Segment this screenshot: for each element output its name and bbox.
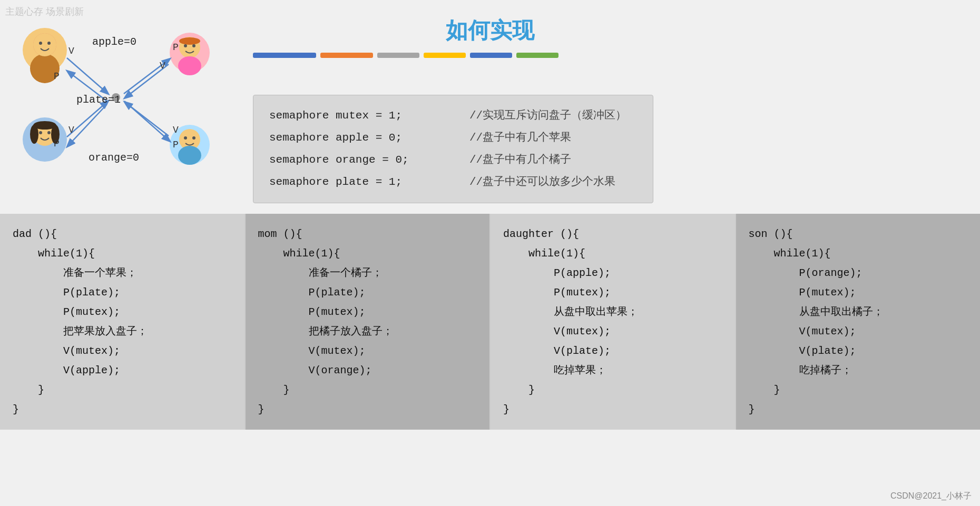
page-title: 如何实现 xyxy=(446,5,534,51)
code-pre-daughter: daughter (){ while(1){ P(apple); P(mutex… xyxy=(503,224,722,419)
svg-line-28 xyxy=(125,102,169,136)
csdn-mark: CSDN@2021_小林子 xyxy=(890,491,972,502)
svg-point-14 xyxy=(192,44,195,47)
svg-text:P: P xyxy=(173,140,179,150)
svg-point-4 xyxy=(47,42,51,45)
svg-point-18 xyxy=(192,136,195,140)
code-panel-mom: mom (){ while(1){ 准备一个橘子； P(plate); P(mu… xyxy=(246,214,491,430)
code-pre-mom: mom (){ while(1){ 准备一个橘子； P(plate); P(mu… xyxy=(258,224,477,419)
code-comment: //盘子中有几个橘子 xyxy=(469,149,571,171)
svg-point-10 xyxy=(47,131,51,134)
svg-text:P: P xyxy=(54,71,60,82)
svg-point-12 xyxy=(179,37,200,45)
bottom-panels: dad (){ while(1){ 准备一个苹果； P(plate); P(mu… xyxy=(0,214,980,430)
plate-label: plate=1 xyxy=(76,94,121,106)
color-bar-segment xyxy=(320,53,373,58)
code-stmt: semaphore apple = 0; xyxy=(269,127,448,149)
code-pre-dad: dad (){ while(1){ 准备一个苹果； P(plate); P(mu… xyxy=(13,224,232,419)
code-panel-daughter: daughter (){ while(1){ P(apple); P(mutex… xyxy=(491,214,736,430)
svg-point-9 xyxy=(39,131,42,134)
code-comment: //盘子中有几个苹果 xyxy=(469,127,571,149)
semaphore-code-line: semaphore plate = 1;//盘子中还可以放多少个水果 xyxy=(269,171,637,193)
svg-text:P: P xyxy=(173,42,179,53)
code-pre-son: son (){ while(1){ P(orange); P(mutex); 从… xyxy=(749,224,968,419)
semaphore-code-line: semaphore apple = 0;//盘子中有几个苹果 xyxy=(269,127,637,149)
svg-point-13 xyxy=(184,44,187,47)
svg-point-17 xyxy=(184,136,187,140)
svg-text:V: V xyxy=(68,46,74,56)
code-stmt: semaphore mutex = 1; xyxy=(269,105,448,127)
svg-point-2 xyxy=(33,33,56,56)
code-comment: //盘子中还可以放多少个水果 xyxy=(469,171,615,193)
color-bar xyxy=(253,53,653,58)
code-comment: //实现互斥访问盘子（缓冲区） xyxy=(469,105,626,127)
svg-text:V: V xyxy=(68,125,74,135)
color-bar-segment xyxy=(516,53,558,58)
diagram-area: apple=0 orange=0 plate=1 V P P V P V V P xyxy=(11,16,232,187)
semaphore-code-box: semaphore mutex = 1;//实现互斥访问盘子（缓冲区）semap… xyxy=(253,95,653,203)
code-stmt: semaphore orange = 0; xyxy=(269,149,448,171)
svg-text:V: V xyxy=(160,61,165,71)
color-bar-segment xyxy=(253,53,316,58)
semaphore-code-line: semaphore mutex = 1;//实现互斥访问盘子（缓冲区） xyxy=(269,105,637,127)
svg-point-3 xyxy=(39,42,42,45)
svg-point-7 xyxy=(30,125,38,144)
diagram-svg: apple=0 orange=0 plate=1 V P P V P V V P xyxy=(11,16,232,184)
color-bar-segment xyxy=(470,53,512,58)
svg-point-15 xyxy=(178,56,201,75)
svg-text:P: P xyxy=(54,138,60,149)
color-bar-segment xyxy=(377,53,419,58)
svg-text:V: V xyxy=(173,125,179,135)
code-panel-dad: dad (){ while(1){ 准备一个苹果； P(plate); P(mu… xyxy=(0,214,246,430)
semaphore-code-line: semaphore orange = 0;//盘子中有几个橘子 xyxy=(269,149,637,171)
code-panel-son: son (){ while(1){ P(orange); P(mutex); 从… xyxy=(736,214,981,430)
orange-label: orange=0 xyxy=(89,152,139,164)
right-top-area: semaphore mutex = 1;//实现互斥访问盘子（缓冲区）semap… xyxy=(253,47,653,203)
svg-point-19 xyxy=(178,146,201,165)
color-bar-segment xyxy=(424,53,466,58)
apple-label: apple=0 xyxy=(92,36,136,48)
code-stmt: semaphore plate = 1; xyxy=(269,171,448,193)
